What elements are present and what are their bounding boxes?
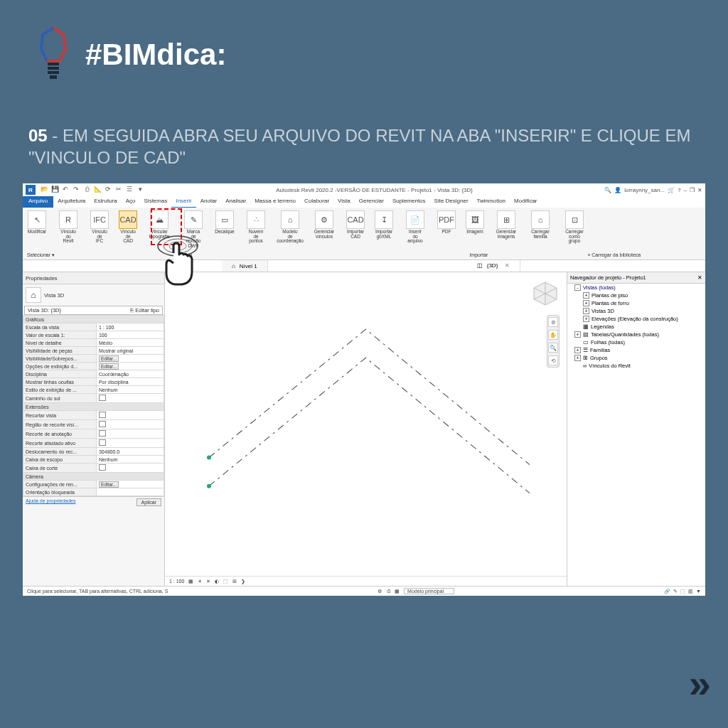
- view-tab-nivel1[interactable]: ⌂Nível 1: [222, 260, 268, 272]
- qat-dropdown-icon[interactable]: ▾: [136, 186, 144, 194]
- tree-item[interactable]: ▦Legendas: [574, 323, 705, 331]
- tab-site-designer[interactable]: Site Designer: [430, 196, 473, 208]
- tab-aço[interactable]: Aço: [122, 196, 140, 208]
- qat-section-icon[interactable]: ✂: [114, 186, 123, 194]
- qat-measure-icon[interactable]: 📐: [93, 186, 102, 194]
- nav-zoom-icon[interactable]: 🔍: [548, 343, 558, 353]
- tab-vista[interactable]: Vista: [333, 196, 355, 208]
- tab-gerenciar[interactable]: Gerenciar: [355, 196, 388, 208]
- close-icon[interactable]: ✕: [505, 262, 510, 269]
- qat-redo-icon[interactable]: ↷: [72, 186, 80, 194]
- expand-icon[interactable]: +: [583, 300, 589, 306]
- prop-value[interactable]: Mostrar original: [99, 348, 133, 353]
- vc-icon[interactable]: ☀: [198, 579, 202, 584]
- checkbox[interactable]: [99, 395, 106, 401]
- edit-button[interactable]: Editar...: [99, 363, 119, 370]
- nav-bar[interactable]: ⊚ ✋ 🔍 ⟲: [547, 315, 560, 368]
- expand-icon[interactable]: +: [583, 292, 589, 299]
- prop-value[interactable]: Nenhum: [99, 387, 117, 392]
- search-icon[interactable]: 🔍: [604, 187, 611, 193]
- status-icon[interactable]: ▥: [688, 589, 693, 594]
- tab-estrutura[interactable]: Estrutura: [90, 196, 121, 208]
- maximize-button[interactable]: ❐: [690, 187, 695, 193]
- tree-item[interactable]: +Elevações (Elevação da construção): [574, 315, 705, 323]
- expand-icon[interactable]: +: [574, 331, 581, 338]
- checkbox[interactable]: [99, 439, 106, 446]
- qat-undo-icon[interactable]: ↶: [61, 186, 70, 194]
- tree-label[interactable]: Vistas (todas): [583, 284, 616, 291]
- view-cube[interactable]: [530, 278, 561, 309]
- qat-more-icon[interactable]: ☰: [125, 186, 134, 194]
- checkbox[interactable]: [99, 412, 106, 418]
- close-icon[interactable]: ✕: [697, 274, 702, 281]
- expand-icon[interactable]: +: [583, 316, 589, 322]
- status-icon[interactable]: ▼: [696, 589, 701, 594]
- prop-value[interactable]: 100: [99, 333, 107, 338]
- status-icon[interactable]: ▦: [395, 589, 400, 594]
- checkbox[interactable]: [99, 421, 106, 427]
- help-icon[interactable]: ?: [678, 187, 680, 193]
- edit-type-button[interactable]: ⎘ Editar tipo: [130, 307, 159, 314]
- prop-value[interactable]: Nenhum: [99, 457, 117, 462]
- prop-value[interactable]: 304800.0: [99, 449, 119, 454]
- scale-label[interactable]: 1 : 100: [169, 579, 184, 584]
- user-icon[interactable]: 👤: [614, 187, 621, 193]
- tab-arquitetura[interactable]: Arquitetura: [53, 196, 90, 208]
- minimize-button[interactable]: –: [684, 187, 687, 193]
- type-selector[interactable]: Vista 3D: {3D} ⎘ Editar tipo: [24, 306, 163, 315]
- tab-massa-e-terreno[interactable]: Massa e terreno: [250, 196, 300, 208]
- apply-button[interactable]: Aplicar: [136, 498, 161, 506]
- tree-item[interactable]: +Plantas de piso: [574, 291, 705, 299]
- next-chevron-icon[interactable]: »: [689, 660, 701, 707]
- status-icon[interactable]: ⬚: [680, 589, 685, 594]
- file-tab[interactable]: Arquivo: [23, 196, 53, 208]
- checkbox[interactable]: [99, 430, 106, 437]
- close-button[interactable]: ✕: [697, 187, 702, 193]
- vc-icon[interactable]: ⊞: [232, 579, 237, 584]
- expand-icon[interactable]: +: [583, 308, 589, 314]
- checkbox[interactable]: [99, 464, 106, 471]
- tab-twinmotion[interactable]: Twinmotion: [473, 196, 510, 208]
- prop-value[interactable]: Por disciplina: [99, 380, 129, 385]
- vc-icon[interactable]: ⬚: [223, 579, 228, 584]
- tree-item[interactable]: +☰Famílias: [574, 346, 705, 354]
- model-selector[interactable]: Modelo principal: [404, 588, 454, 594]
- quick-access-toolbar[interactable]: 📂 💾 ↶ ↷ ⎙ 📐 ⟳ ✂ ☰ ▾: [40, 186, 144, 194]
- tree-item[interactable]: +▤Tabelas/Quantidades (todas): [574, 331, 705, 338]
- tree-item[interactable]: +Plantas de forro: [574, 299, 705, 307]
- edit-button[interactable]: Editar...: [99, 355, 119, 362]
- ribbon-group-selecionar[interactable]: Selecionar ▾: [27, 252, 55, 258]
- expand-icon[interactable]: -: [574, 284, 581, 291]
- status-icon[interactable]: ✎: [673, 589, 678, 594]
- prop-value[interactable]: Coordenação: [99, 372, 129, 377]
- vc-icon[interactable]: ◐: [215, 579, 219, 584]
- help-link[interactable]: Ajuda de propriedades: [26, 498, 75, 506]
- qat-save-icon[interactable]: 💾: [50, 186, 59, 194]
- edit-button[interactable]: Editar...: [99, 481, 119, 488]
- tree-item[interactable]: +Vistas 3D: [574, 307, 705, 315]
- tab-suplementos[interactable]: Suplementos: [388, 196, 430, 208]
- tree-item[interactable]: ∞Vínculos do Revit: [574, 362, 705, 370]
- canvas[interactable]: ⊚ ✋ 🔍 ⟲ 1 : 100 ▦ ☀ ✕ ◐ ⬚ ⊞ ❯: [165, 272, 567, 586]
- vc-icon[interactable]: ✕: [206, 579, 210, 584]
- vc-icon[interactable]: ▦: [188, 579, 193, 584]
- tab-modificar[interactable]: Modificar: [510, 196, 541, 208]
- tab-inserir[interactable]: Inserir: [171, 196, 196, 208]
- status-icon[interactable]: ⚙: [378, 589, 382, 594]
- status-icon[interactable]: 🔗: [664, 589, 670, 594]
- qat-print-icon[interactable]: ⎙: [82, 186, 91, 194]
- tab-anotar[interactable]: Anotar: [196, 196, 222, 208]
- nav-orbit-icon[interactable]: ⟲: [548, 355, 558, 365]
- tab-sistemas[interactable]: Sistemas: [140, 196, 172, 208]
- view-tab-3d[interactable]: ◫{3D}✕: [467, 260, 521, 272]
- prop-value[interactable]: 1 : 100: [99, 325, 114, 330]
- tree-item[interactable]: +⊞Grupos: [574, 354, 705, 362]
- nav-pan-icon[interactable]: ✋: [548, 330, 558, 340]
- cart-icon[interactable]: 🛒: [668, 187, 675, 193]
- tab-colaborar[interactable]: Colaborar: [300, 196, 333, 208]
- tree-item[interactable]: -Vistas (todas): [574, 284, 705, 291]
- qat-sync-icon[interactable]: ⟳: [104, 186, 112, 194]
- prop-value[interactable]: Médio: [99, 341, 112, 346]
- qat-open-icon[interactable]: 📂: [40, 186, 48, 194]
- user-label[interactable]: lorraynny_san...: [624, 187, 665, 193]
